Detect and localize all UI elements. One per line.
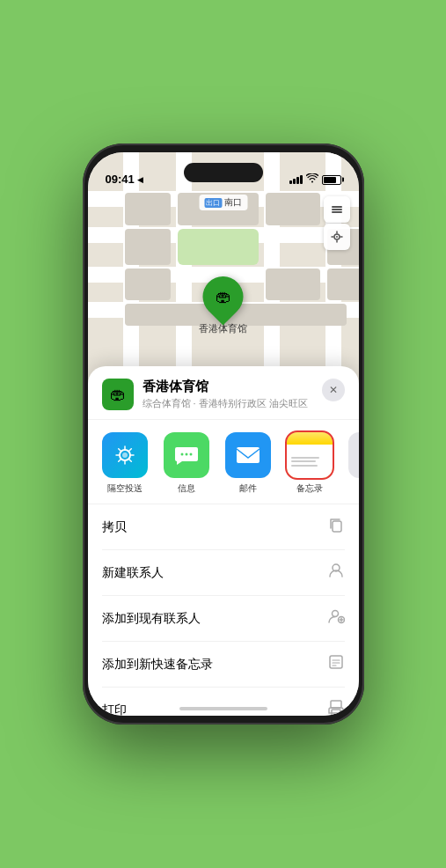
action-add-existing-label: 添加到现有联系人 (102, 611, 201, 627)
battery-icon (322, 175, 341, 185)
svg-rect-0 (332, 206, 342, 208)
location-text: 南口 (224, 196, 242, 209)
mail-label: 邮件 (239, 482, 257, 495)
location-badge: 出口 (204, 198, 222, 208)
action-quick-note-label: 添加到新快速备忘录 (102, 657, 213, 673)
svg-rect-17 (330, 656, 342, 668)
share-item-airdrop[interactable]: 隔空投送 (97, 432, 153, 495)
action-print[interactable]: 打印 (102, 688, 345, 716)
airdrop-icon (102, 432, 148, 478)
svg-rect-2 (332, 211, 342, 213)
svg-point-7 (180, 453, 183, 456)
location-indicator: ◀ (137, 175, 143, 184)
share-item-messages[interactable]: 信息 (158, 432, 215, 495)
messages-label: 信息 (178, 482, 195, 495)
venue-desc: 综合体育馆 · 香港特别行政区 油尖旺区 (143, 397, 313, 410)
status-icons (289, 173, 341, 186)
action-quick-note[interactable]: 添加到新快速备忘录 (102, 642, 345, 688)
close-button[interactable]: ✕ (322, 379, 345, 401)
venue-info: 香港体育馆 综合体育馆 · 香港特别行政区 油尖旺区 (143, 379, 313, 410)
action-new-contact[interactable]: 新建联系人 (102, 550, 345, 596)
svg-point-23 (340, 710, 341, 711)
action-print-label: 打印 (102, 702, 127, 716)
wifi-icon (306, 173, 318, 186)
sheet-header: 🏟 香港体育馆 综合体育馆 · 香港特别行政区 油尖旺区 ✕ (88, 366, 359, 420)
action-copy[interactable]: 拷贝 (102, 504, 345, 550)
bottom-sheet: 🏟 香港体育馆 综合体育馆 · 香港特别行政区 油尖旺区 ✕ (88, 366, 359, 716)
signal-bars-icon (289, 175, 303, 184)
notes-label: 备忘录 (296, 482, 323, 495)
stadium-icon: 🏟 (216, 288, 231, 306)
svg-point-4 (336, 236, 338, 238)
location-button[interactable] (324, 224, 350, 250)
action-list: 拷贝 新建联系人 (88, 504, 359, 716)
svg-point-6 (122, 452, 128, 458)
new-contact-icon (327, 562, 345, 584)
action-copy-label: 拷贝 (102, 519, 127, 535)
location-label: 出口 南口 (199, 195, 247, 210)
marker-pin: 🏟 (194, 268, 252, 326)
map-layers-button[interactable] (324, 196, 350, 223)
share-item-mail[interactable]: 邮件 (220, 432, 276, 495)
notes-icon (287, 432, 333, 478)
dynamic-island (184, 163, 263, 182)
share-item-notes[interactable]: 备忘录 (281, 432, 338, 495)
map-controls (324, 196, 350, 250)
add-existing-icon (327, 607, 345, 629)
phone-shell: 09:41 ◀ (83, 143, 364, 725)
airdrop-label: 隔空投送 (107, 482, 143, 495)
svg-point-8 (185, 453, 187, 456)
svg-rect-22 (332, 710, 340, 715)
svg-point-9 (189, 453, 192, 456)
action-add-existing[interactable]: 添加到现有联系人 (102, 596, 345, 642)
messages-icon (164, 432, 209, 478)
venue-name: 香港体育馆 (143, 379, 313, 395)
share-row: 隔空投送 信息 (88, 420, 359, 504)
svg-point-13 (332, 611, 338, 617)
venue-icon: 🏟 (102, 379, 134, 410)
phone-screen: 09:41 ◀ (88, 152, 359, 716)
copy-icon (327, 516, 345, 538)
home-indicator (179, 707, 267, 710)
quick-note-icon (327, 653, 345, 675)
action-new-contact-label: 新建联系人 (102, 565, 164, 581)
svg-rect-21 (331, 701, 341, 708)
svg-rect-10 (237, 447, 260, 463)
stadium-marker: 🏟 香港体育馆 (199, 276, 247, 335)
svg-rect-11 (333, 521, 341, 532)
more-icon (348, 432, 359, 478)
print-icon (327, 699, 345, 716)
status-time: 09:41 (106, 173, 135, 186)
mail-icon (225, 432, 271, 478)
share-item-more[interactable]: 推 (343, 432, 359, 495)
svg-rect-1 (332, 209, 342, 210)
